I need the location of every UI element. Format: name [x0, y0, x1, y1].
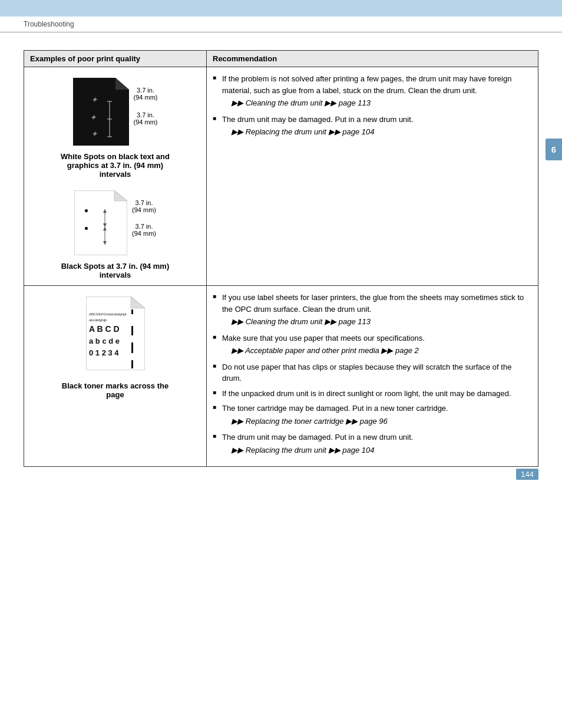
page-content: 6 Examples of poor print quality Recomme…: [0, 32, 562, 490]
black-spots-caption: Black Spots at 3.7 in. (94 mm) intervals: [30, 262, 200, 279]
rec-item-toner-3: Do not use paper that has clips or stapl…: [213, 361, 532, 384]
white-spots-recommendations: If the problem is not solved after print…: [207, 67, 538, 286]
ref-italic-t6: Replacing the drum unit: [246, 446, 326, 454]
ref-italic-t2: Acceptable paper and other print media: [245, 346, 379, 355]
breadcrumb-text: Troubleshooting: [24, 20, 74, 28]
svg-text:✦: ✦: [91, 95, 98, 104]
ref-page-t6: page 104: [342, 446, 374, 454]
svg-rect-24: [131, 342, 133, 353]
ref-link[interactable]: Replacing the drum unit ▶▶ page 104: [222, 126, 532, 138]
rec-text-t2: Make sure that you use paper that meets …: [222, 334, 425, 342]
black-spots-section: 3.7 in. (94 mm) 3.7 in. (94 mm) Black Sp: [30, 190, 200, 279]
toner-marks-recommendations: If you use label sheets for laser printe…: [207, 286, 538, 467]
svg-rect-23: [131, 326, 133, 335]
chapter-tab: 6: [546, 139, 562, 160]
white-spots-diagram: ✦ ✦ ✦: [30, 78, 200, 147]
svg-text:ABCDEFGHabcdefghijk: ABCDEFGHabcdefghijk: [89, 312, 127, 316]
svg-text:0 1 2 3 4: 0 1 2 3 4: [89, 348, 119, 357]
measurement2-mm: (94 mm): [134, 118, 158, 126]
ref-italic-t1: Cleaning the drum unit: [246, 317, 323, 326]
bs-measurement2-mm: (94 mm): [132, 230, 156, 237]
rec-item-toner-4: If the unpacked drum unit is in direct s…: [213, 388, 532, 400]
ref-link-t2[interactable]: Acceptable paper and other print media ▶…: [222, 345, 532, 357]
rec-text-t6: The drum unit may be damaged. Put in a n…: [222, 433, 413, 442]
rec-text-t5: The toner cartridge may be damaged. Put …: [222, 404, 448, 413]
toner-diagram: ABCDEFGHabcdefghijk abcdefghijk A B C D …: [86, 297, 145, 372]
svg-text:abcdefghijk: abcdefghijk: [89, 318, 107, 322]
ref-arrow-t1: ▶▶: [325, 317, 339, 326]
ref-page-t1: page 113: [339, 317, 371, 326]
measurement1: 3.7 in.: [134, 87, 158, 94]
ref-arrow-t5: ▶▶: [346, 417, 360, 426]
rec-list-1: If the problem is not solved after print…: [213, 73, 532, 138]
ref-link-t5[interactable]: Replacing the toner cartridge ▶▶ page 96: [222, 416, 532, 427]
toner-marks-cell: ABCDEFGHabcdefghijk abcdefghijk A B C D …: [24, 286, 207, 467]
ref-arrow2: ▶▶: [329, 127, 343, 136]
svg-marker-21: [131, 297, 145, 308]
rec-item: If the problem is not solved after print…: [213, 73, 532, 109]
svg-marker-11: [114, 190, 127, 201]
toner-marks-caption: Black toner marks across the page: [30, 381, 200, 399]
bs-measurement1-mm: (94 mm): [132, 206, 156, 213]
rec-text: If the problem is not solved after print…: [222, 74, 511, 95]
svg-text:a b c d e: a b c d e: [89, 337, 120, 345]
rec-text-t1: If you use label sheets for laser printe…: [222, 293, 524, 314]
col1-header: Examples of poor print quality: [24, 51, 207, 67]
white-spots-measurements: 3.7 in. (94 mm) 3.7 in. (94 mm): [134, 78, 158, 126]
white-spots-cell: ✦ ✦ ✦: [24, 67, 207, 286]
white-page-svg: [74, 190, 127, 255]
measurement1-mm: (94 mm): [134, 94, 158, 101]
page-number-badge: 144: [516, 469, 538, 480]
measurement2: 3.7 in.: [134, 111, 158, 118]
white-spots-caption: White Spots on black text and graphics a…: [30, 152, 200, 179]
svg-text:A B C D: A B C D: [89, 324, 120, 334]
rec-item-toner-2: Make sure that you use paper that meets …: [213, 332, 532, 357]
rec-text-t4: If the unpacked drum unit is in direct s…: [222, 389, 511, 398]
svg-rect-12: [85, 209, 88, 212]
black-spots-measurements: 3.7 in. (94 mm) 3.7 in. (94 mm): [132, 190, 156, 237]
svg-marker-1: [115, 78, 129, 90]
table-row: ✦ ✦ ✦: [24, 67, 538, 286]
ref-page-t5: page 96: [360, 417, 388, 426]
ref-italic: Cleaning the drum unit: [246, 98, 323, 107]
col2-header: Recommendation: [207, 51, 538, 67]
bs-measurement1: 3.7 in.: [132, 199, 156, 206]
rec-item: The drum unit may be damaged. Put in a n…: [213, 114, 532, 138]
table-row-toner: ABCDEFGHabcdefghijk abcdefghijk A B C D …: [24, 286, 538, 467]
bs-measurement2: 3.7 in.: [132, 223, 156, 230]
rec-text: The drum unit may be damaged. Put in a n…: [222, 115, 413, 124]
svg-rect-22: [131, 309, 133, 314]
ref-link-t6[interactable]: Replacing the drum unit ▶▶ page 104: [222, 444, 532, 456]
ref-page2: page 104: [342, 127, 374, 136]
ref-page: page 113: [339, 98, 371, 107]
top-bar: [0, 0, 562, 17]
ref-arrow: ▶▶: [325, 98, 339, 107]
ref-page-t2: page 2: [395, 346, 419, 355]
svg-rect-13: [85, 227, 88, 230]
ref-italic: Replacing the drum unit: [246, 127, 326, 136]
svg-rect-25: [131, 360, 133, 368]
rec-item-toner-1: If you use label sheets for laser printe…: [213, 292, 532, 328]
page-number-container: 144: [516, 470, 538, 479]
svg-text:✦: ✦: [91, 129, 98, 139]
ref-arrow-t6: ▶▶: [329, 446, 343, 454]
black-page-svg: ✦ ✦ ✦: [73, 78, 129, 146]
ref-arrow-t2: ▶▶: [381, 346, 395, 355]
svg-text:✦: ✦: [90, 113, 97, 122]
ref-italic-t5: Replacing the toner cartridge: [246, 417, 344, 426]
ref-link-t1[interactable]: Cleaning the drum unit ▶▶ page 113: [222, 316, 532, 328]
rec-list-toner: If you use label sheets for laser printe…: [213, 292, 532, 456]
rec-item-toner-6: The drum unit may be damaged. Put in a n…: [213, 431, 532, 456]
breadcrumb: Troubleshooting: [0, 17, 562, 32]
rec-item-toner-5: The toner cartridge may be damaged. Put …: [213, 403, 532, 427]
toner-page-svg: ABCDEFGHabcdefghijk abcdefghijk A B C D …: [86, 297, 145, 370]
chapter-number: 6: [551, 144, 556, 154]
main-table: Examples of poor print quality Recommend…: [24, 50, 538, 467]
ref-link[interactable]: Cleaning the drum unit ▶▶ page 113: [222, 97, 532, 109]
black-spots-diagram: 3.7 in. (94 mm) 3.7 in. (94 mm): [30, 190, 200, 257]
rec-text-t3: Do not use paper that has clips or stapl…: [222, 363, 511, 383]
